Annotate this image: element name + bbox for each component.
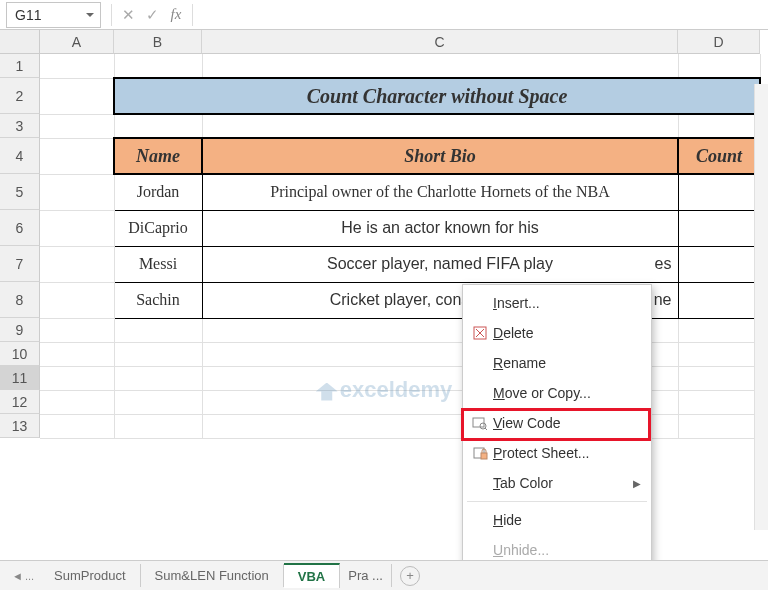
cell-count[interactable]: [678, 174, 760, 210]
row-header[interactable]: 2: [0, 78, 40, 114]
sheet-tab[interactable]: Pra ...: [340, 564, 392, 587]
cell-bio[interactable]: Soccer player, named FIFA playes: [202, 246, 678, 282]
select-all-corner[interactable]: [0, 30, 40, 54]
ctx-move-copy[interactable]: Move or Copy...: [463, 378, 651, 408]
ctx-rename[interactable]: Rename: [463, 348, 651, 378]
cell-name[interactable]: Messi: [114, 246, 202, 282]
row-header[interactable]: 12: [0, 390, 40, 414]
sheet-context-menu: Insert... Delete Rename Move or Copy... …: [462, 284, 652, 560]
cell-name[interactable]: Jordan: [114, 174, 202, 210]
col-header[interactable]: A: [40, 30, 114, 54]
cell-bio[interactable]: Principal owner of the Charlotte Hornets…: [202, 174, 678, 210]
col-header[interactable]: B: [114, 30, 202, 54]
view-code-icon: [467, 415, 493, 431]
chevron-right-icon: ▶: [633, 478, 641, 489]
cell-count[interactable]: [678, 282, 760, 318]
row-header[interactable]: 4: [0, 138, 40, 174]
fx-icon[interactable]: fx: [164, 6, 188, 23]
col-header[interactable]: D: [678, 30, 760, 54]
tab-nav-more[interactable]: ...: [25, 570, 34, 582]
row-header[interactable]: 5: [0, 174, 40, 210]
ctx-hide[interactable]: Hide: [463, 505, 651, 535]
sheet-tab-active[interactable]: VBA: [284, 563, 340, 588]
formula-bar: G11 ✕ ✓ fx: [0, 0, 768, 30]
cell-name[interactable]: Sachin: [114, 282, 202, 318]
ctx-view-code[interactable]: View Code: [463, 408, 651, 438]
spreadsheet-grid[interactable]: Count Character without Space Name Short…: [40, 54, 768, 560]
tab-nav-prev[interactable]: ◄: [12, 570, 23, 582]
row-headers: 1 2 3 4 5 6 7 8 9 10 11 12 13: [0, 54, 40, 438]
name-box[interactable]: G11: [6, 2, 101, 28]
add-sheet-button[interactable]: +: [400, 566, 420, 586]
protect-icon: [467, 445, 493, 461]
row-header[interactable]: 8: [0, 282, 40, 318]
sheet-tab[interactable]: Sum&LEN Function: [141, 564, 284, 587]
column-headers: A B C D: [40, 30, 768, 54]
ctx-tab-color[interactable]: Tab Color ▶: [463, 468, 651, 498]
vertical-scrollbar[interactable]: [754, 84, 768, 530]
cell-count[interactable]: [678, 246, 760, 282]
row-header[interactable]: 10: [0, 342, 40, 366]
col-header[interactable]: C: [202, 30, 678, 54]
row-header[interactable]: 7: [0, 246, 40, 282]
sheet-tab-bar: ◄ ... SumProduct Sum&LEN Function VBA Pr…: [0, 560, 768, 590]
delete-icon: [467, 325, 493, 341]
row-header[interactable]: 3: [0, 114, 40, 138]
ctx-unhide: Unhide...: [463, 535, 651, 560]
sheet-tab[interactable]: SumProduct: [40, 564, 141, 587]
row-header[interactable]: 11: [0, 366, 40, 390]
header-name[interactable]: Name: [114, 138, 202, 174]
header-count[interactable]: Count: [678, 138, 760, 174]
confirm-icon[interactable]: ✓: [140, 6, 164, 24]
row-header[interactable]: 6: [0, 210, 40, 246]
name-box-value: G11: [15, 7, 41, 23]
ctx-insert[interactable]: Insert...: [463, 288, 651, 318]
cell-bio[interactable]: He is an actor known for his: [202, 210, 678, 246]
title-cell[interactable]: Count Character without Space: [114, 78, 760, 114]
svg-rect-3: [473, 418, 484, 427]
row-header[interactable]: 9: [0, 318, 40, 342]
ctx-delete[interactable]: Delete: [463, 318, 651, 348]
cell-count[interactable]: [678, 210, 760, 246]
cancel-icon[interactable]: ✕: [116, 6, 140, 24]
row-header[interactable]: 1: [0, 54, 40, 78]
svg-rect-7: [481, 453, 487, 459]
svg-line-5: [485, 428, 487, 430]
cell-name[interactable]: DiCaprio: [114, 210, 202, 246]
header-bio[interactable]: Short Bio: [202, 138, 678, 174]
ctx-protect-sheet[interactable]: Protect Sheet...: [463, 438, 651, 468]
row-header[interactable]: 13: [0, 414, 40, 438]
